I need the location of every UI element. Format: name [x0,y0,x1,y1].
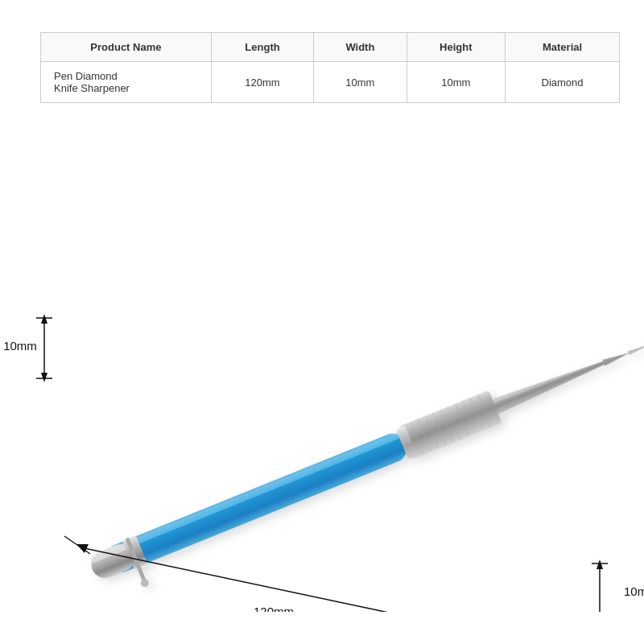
svg-rect-7 [399,390,502,460]
cell-height: 10mm [407,62,506,103]
cell-product-name: Pen DiamondKnife Sharpener [41,62,212,103]
svg-text:120mm: 120mm [254,605,294,612]
svg-marker-38 [597,559,603,569]
cell-width: 10mm [314,62,407,103]
product-diagram: 10mm 120mm [0,161,644,612]
cell-material: Diamond [506,62,620,103]
svg-text:10mm: 10mm [624,584,644,598]
dim-arrow-height-right: 10mm [592,559,644,612]
col-header-width: Width [314,33,407,62]
svg-point-6 [139,578,150,588]
svg-marker-22 [602,349,630,366]
col-header-material: Material [506,33,620,62]
specs-table-container: Product Name Length Width Height Materia… [40,32,604,103]
specs-table: Product Name Length Width Height Materia… [40,32,620,103]
table-row: Pen DiamondKnife Sharpener 120mm 10mm 10… [41,62,620,103]
cell-length: 120mm [211,62,313,103]
svg-marker-23 [628,342,644,356]
dim-arrow-width-top: 10mm [3,314,52,382]
svg-rect-1 [102,431,403,557]
col-header-product-name: Product Name [41,33,212,62]
svg-text:10mm: 10mm [3,339,37,353]
col-header-height: Height [407,33,506,62]
svg-marker-27 [41,373,47,382]
svg-marker-26 [41,314,47,324]
col-header-length: Length [211,33,313,62]
svg-marker-21 [493,354,611,415]
product-svg: 10mm 120mm [0,161,644,612]
